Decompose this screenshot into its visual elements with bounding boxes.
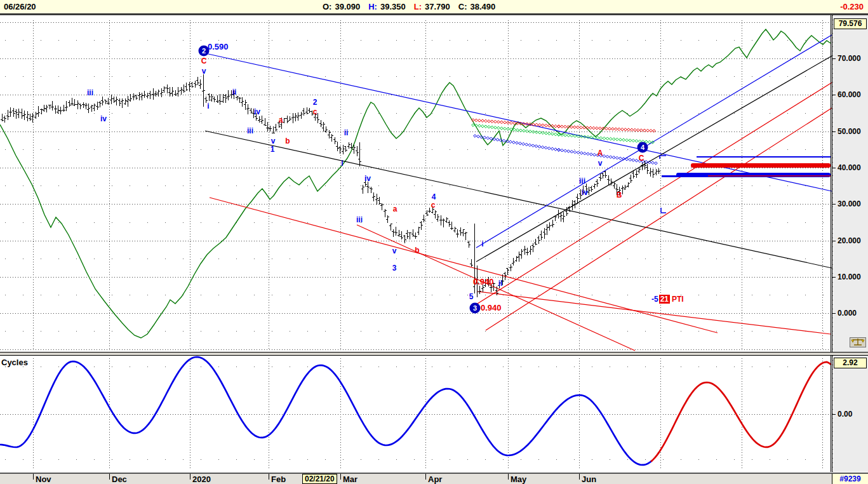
open-label: O: — [323, 2, 331, 11]
cycles-axis[interactable]: 2.92 0.00 — [832, 356, 868, 472]
price-axis-label: 0.000 — [838, 309, 857, 318]
cycles-pane-title: Cycles — [1, 358, 28, 367]
price-axis-tick — [832, 204, 836, 205]
price-axis-label: 70.000 — [838, 54, 861, 63]
close-value: 38.490 — [470, 2, 495, 11]
price-axis-label: 50.000 — [838, 127, 861, 136]
high-readout: H: 39.350 — [368, 2, 405, 11]
month-label-feb: Feb — [271, 474, 286, 484]
month-label-apr: Apr — [428, 474, 442, 484]
month-label-2020: 2020 — [192, 474, 211, 484]
quote-bar: 06/26/20 O: 39.090 H: 39.350 L: 37.790 C… — [0, 0, 868, 15]
highlighted-date-box: 02/21/20 — [302, 474, 337, 484]
close-readout: C: 38.490 — [458, 2, 495, 11]
price-chart-pane[interactable] — [0, 15, 832, 352]
cycles-axis-top-value: 2.92 — [834, 358, 867, 368]
open-readout: O: 39.090 — [323, 2, 360, 11]
price-axis-tick — [832, 168, 836, 168]
month-tick — [33, 474, 34, 480]
cycles-zero-label: 0.00 — [838, 410, 852, 419]
price-axis-label: 20.000 — [838, 236, 861, 245]
price-axis-tick — [832, 58, 836, 59]
chart-application-window: 06/26/20 O: 39.090 H: 39.350 L: 37.790 C… — [0, 0, 868, 484]
date-axis[interactable]: NovDec2020FebMarAprMayJun 02/21/20 #9239 — [0, 473, 868, 484]
low-readout: L: 37.790 — [414, 2, 450, 11]
month-tick — [190, 474, 190, 480]
price-axis-minor-ticks — [832, 15, 833, 352]
month-label-jun: Jun — [582, 474, 596, 484]
month-tick — [269, 474, 269, 480]
open-value: 39.090 — [335, 2, 360, 11]
cycles-pane[interactable] — [0, 356, 832, 472]
bar-counter-badge: #9239 — [832, 474, 868, 484]
month-tick — [579, 474, 580, 480]
high-value: 39.350 — [380, 2, 406, 11]
price-axis-tick — [832, 277, 836, 278]
net-change-value: -0.230 — [840, 2, 864, 11]
high-label: H: — [368, 2, 377, 11]
month-label-mar: Mar — [343, 474, 357, 484]
month-tick — [340, 474, 341, 480]
price-axis-top-value: 79.576 — [834, 18, 867, 29]
price-axis-tick — [832, 313, 836, 314]
scales-icon — [851, 338, 865, 346]
price-axis[interactable]: 79.576 70.00060.00050.00040.00030.00020.… — [832, 15, 868, 352]
month-tick — [508, 474, 509, 480]
low-label: L: — [414, 2, 422, 11]
price-axis-tick — [832, 95, 836, 95]
month-tick — [425, 474, 426, 480]
price-axis-label: 60.000 — [838, 90, 861, 99]
price-axis-label: 30.000 — [838, 199, 861, 208]
price-axis-tick — [832, 131, 836, 132]
month-label-dec: Dec — [112, 474, 127, 484]
month-tick — [109, 474, 110, 480]
price-chart-canvas[interactable] — [0, 15, 832, 352]
cycles-canvas[interactable] — [0, 356, 832, 472]
month-label-nov: Nov — [36, 474, 51, 484]
quote-date: 06/26/20 — [4, 2, 36, 11]
scale-settings-button[interactable] — [850, 337, 866, 347]
cycles-zero-tick — [832, 414, 836, 415]
low-value: 37.790 — [425, 2, 450, 11]
price-axis-label: 40.000 — [838, 163, 861, 172]
month-label-may: May — [511, 474, 526, 484]
price-axis-tick — [832, 241, 836, 241]
ohlc-readout: O: 39.090 H: 39.350 L: 37.790 C: 38.490 — [323, 2, 495, 11]
price-axis-label: 10.000 — [838, 272, 861, 281]
close-label: C: — [458, 2, 467, 11]
